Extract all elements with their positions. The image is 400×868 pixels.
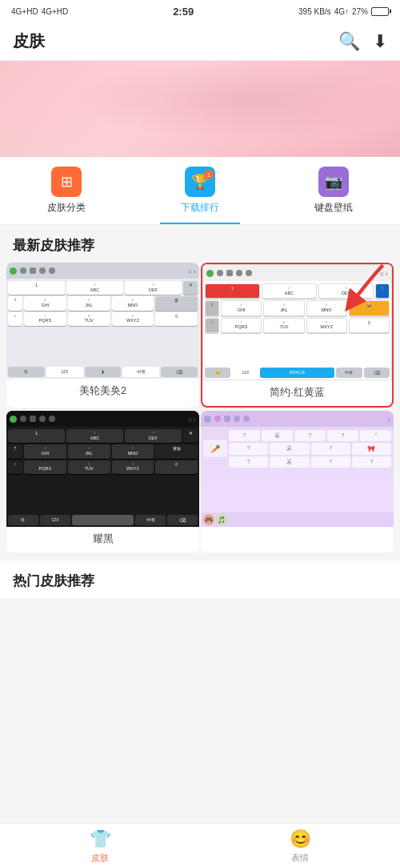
tab-category-label: 皮肤分类 [47, 201, 86, 215]
skin-card-2[interactable]: Q ∨ 1 2ABC 3DEF 🔵 ? 4GHI 5JKL 6MNO 📦 [201, 263, 394, 408]
popular-section-title: 热门皮肤推荐 [0, 561, 400, 598]
skin-label-4 [201, 527, 394, 538]
tab-wallpaper-icon: 📷 [318, 167, 349, 197]
skin-preview-4: ∨ 🥕 ? 🐰 ? ? [201, 411, 394, 527]
skin-grid: Q ∨ 1 2ABC 3DEF ✕ ? 4GHI 5JKL 6MNO 重 [0, 263, 400, 554]
skin-preview-3: Q ∨ 1 2ABC 3DEF ✕ ? 4GHI 5JKL 6MNO 重输 [6, 411, 199, 527]
download-icon[interactable]: ⬇ [373, 31, 387, 52]
tab-rank-label: 下载排行 [181, 201, 219, 215]
banner-background [0, 61, 400, 157]
status-network: 4G+HD 4G+HD [11, 7, 68, 16]
skin-card-4[interactable]: ∨ 🥕 ? 🐰 ? ? [201, 411, 394, 553]
emotion-nav-icon: 😊 [290, 829, 311, 850]
status-right: 395 KB/s 4G↑ 27% [298, 7, 389, 16]
battery-percent: 27% [352, 7, 368, 16]
status-time: 2:59 [173, 6, 194, 18]
tab-skin-category[interactable]: ⊞ 皮肤分类 [0, 157, 134, 224]
tab-keyboard-wallpaper[interactable]: 📷 键盘壁纸 [266, 157, 400, 224]
network-type: 4G↑ [334, 7, 349, 16]
skin-preview-1: Q ∨ 1 2ABC 3DEF ✕ ? 4GHI 5JKL 6MNO 重 [6, 263, 199, 379]
skin-preview-2: Q ∨ 1 2ABC 3DEF 🔵 ? 4GHI 5JKL 6MNO 📦 [202, 264, 392, 380]
tab-download-rank[interactable]: 🏆 1 下载排行 [134, 157, 267, 224]
network-2: 4G+HD [42, 7, 69, 16]
skin-nav-label: 皮肤 [91, 852, 109, 864]
banner [0, 61, 400, 157]
tab-category-icon: ⊞ [51, 167, 82, 197]
tab-wallpaper-label: 键盘壁纸 [314, 201, 353, 215]
skin-card-3[interactable]: Q ∨ 1 2ABC 3DEF ✕ ? 4GHI 5JKL 6MNO 重输 [6, 411, 199, 553]
battery-icon [371, 7, 389, 16]
page-title: 皮肤 [13, 30, 45, 52]
skin-nav-icon: 👕 [90, 829, 111, 850]
tab-bar: ⊞ 皮肤分类 🏆 1 下载排行 📷 键盘壁纸 [0, 157, 400, 225]
skin-label-2: 简约·红黄蓝 [202, 380, 392, 406]
section-divider [0, 554, 400, 561]
skin-label-3: 耀黑 [6, 527, 199, 553]
skin-card-1[interactable]: Q ∨ 1 2ABC 3DEF ✕ ? 4GHI 5JKL 6MNO 重 [6, 263, 199, 408]
network-speed: 395 KB/s [298, 7, 331, 16]
header-actions: 🔍 ⬇ [338, 31, 387, 52]
latest-section-title: 最新皮肤推荐 [0, 225, 400, 263]
bottom-nav: 👕 皮肤 😊 表情 [0, 823, 400, 868]
network-1: 4G+HD [11, 7, 38, 16]
bottom-nav-emotion[interactable]: 😊 表情 [200, 824, 400, 868]
skin-label-1: 美轮美奂2 [6, 379, 199, 404]
search-icon[interactable]: 🔍 [338, 31, 360, 52]
bottom-nav-skin[interactable]: 👕 皮肤 [0, 824, 200, 868]
status-bar: 4G+HD 4G+HD 2:59 395 KB/s 4G↑ 27% [0, 0, 400, 22]
emotion-nav-label: 表情 [291, 852, 309, 864]
tab-rank-icon: 🏆 1 [185, 167, 215, 197]
page-header: 皮肤 🔍 ⬇ [0, 22, 400, 61]
